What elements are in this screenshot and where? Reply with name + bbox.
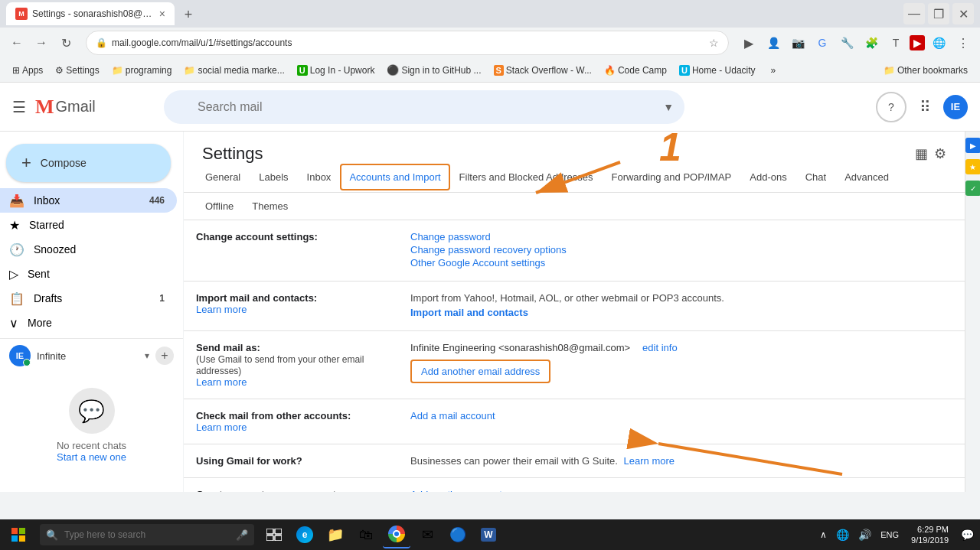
search-dropdown-icon[interactable]: ▼ [663,101,674,113]
profile-icon[interactable]: 👤 [763,32,784,54]
tab-inbox[interactable]: Inbox [298,164,341,192]
bookmark-codecamp[interactable]: 🔥 Code Camp [601,63,670,77]
taskbar-mic-icon[interactable]: 🎤 [236,529,248,541]
volume-tray-icon[interactable]: 🔊 [855,527,874,542]
taskbar-chrome-icon[interactable] [383,521,410,548]
start-button[interactable] [3,519,34,550]
right-panel-icon-3[interactable]: ✓ [965,181,981,196]
svg-rect-2 [11,528,18,534]
bookmark-udacity[interactable]: U Home - Udacity [676,63,759,77]
taskbar-store-icon[interactable]: 🛍 [352,521,380,548]
new-tab-button[interactable]: + [178,4,199,25]
check-mail-learn-more-link[interactable]: Learn more [196,421,247,433]
subtab-offline[interactable]: Offline [196,196,243,216]
bookmark-settings[interactable]: ⚙ Settings [52,63,102,77]
network-tray-icon[interactable]: 🌐 [833,527,852,542]
taskbar-ime-icon[interactable]: ENG [877,529,902,541]
change-password-recovery-link[interactable]: Change password recovery options [410,244,952,255]
minimize-button[interactable]: — [903,3,925,24]
translate-icon[interactable]: T [885,32,906,54]
account-section[interactable]: IE Infinite ▾ + [0,342,183,369]
tab-accounts[interactable]: Accounts and Import [340,164,449,190]
bookmark-social-media[interactable]: 📁 social media marke... [181,63,287,77]
import-learn-more-link[interactable]: Learn more [196,304,247,315]
google-apps-button[interactable]: ⠿ [910,92,940,122]
forward-button[interactable]: → [31,32,52,54]
tab-forwarding[interactable]: Forwarding and POP/IMAP [602,164,740,192]
gmail-work-row: Using Gmail for work? Businesses can pow… [184,444,965,478]
taskbar-mail-icon[interactable]: ✉ [413,521,441,548]
add-email-button[interactable]: Add another email address [410,360,550,383]
subtab-themes[interactable]: Themes [243,196,297,216]
google-icon[interactable]: G [812,32,833,54]
tab-general[interactable]: General [196,164,250,192]
bookmark-github[interactable]: ⚫ Sign in to GitHub ... [384,63,484,77]
gsuite-learn-more-link[interactable]: Learn more [624,455,675,467]
tab-close-button[interactable]: × [159,8,165,20]
taskbar-clock[interactable]: 6:29 PM 9/19/2019 [905,524,955,546]
settings-gear-icon[interactable]: ⚙ [934,145,946,162]
gmail-work-label: Using Gmail for work? [184,444,398,478]
notification-tray-icon[interactable]: 💬 [958,527,977,542]
tab-labels[interactable]: Labels [250,164,297,192]
taskbar-explorer-icon[interactable]: 📁 [322,521,349,548]
tab-filters[interactable]: Filters and Blocked Addresses [450,164,603,192]
tab-addons[interactable]: Add-ons [740,164,795,192]
settings-table: Change account settings: Change password… [184,220,965,492]
search-input[interactable] [164,90,684,124]
sidebar-item-sent[interactable]: ▷ Sent [0,262,177,286]
taskbar-edge-icon[interactable]: e [291,521,318,548]
addon-icon[interactable]: ▶ [910,35,925,50]
compose-button[interactable]: + Compose [6,144,171,182]
sidebar-item-drafts[interactable]: 📋 Drafts 1 [0,286,177,311]
bookmark-stackoverflow[interactable]: S Stack Overflow - W... [491,63,595,77]
change-password-link[interactable]: Change password [410,231,952,242]
sidebar-item-snoozed[interactable]: 🕐 Snoozed [0,237,177,262]
bookmarks-more-button[interactable]: » [768,63,779,77]
youtube-icon[interactable]: ▶ [738,32,760,54]
extensions-icon[interactable]: 🔧 [836,32,858,54]
hamburger-menu-icon[interactable]: ☰ [12,98,26,116]
other-bookmarks[interactable]: 📁 Other bookmarks [880,63,971,77]
bookmark-upwork[interactable]: U Log In - Upwork [294,63,378,77]
bookmarks-ext-icon[interactable]: 🌐 [928,32,949,54]
sidebar-item-more[interactable]: ∨ More [0,311,177,335]
taskbar-word-icon[interactable]: W [475,521,502,548]
bookmark-apps[interactable]: ⊞ Apps [9,63,46,77]
maximize-button[interactable]: ❐ [928,3,949,24]
right-panel-icon-1[interactable]: ▶ [965,138,981,153]
bookmark-programming[interactable]: 📁 programing [109,63,175,77]
add-account-button[interactable]: + [155,347,174,365]
reload-button[interactable]: ↻ [55,32,77,54]
sidebar-item-inbox[interactable]: 📥 Inbox 446 [0,188,177,213]
start-new-chat-link[interactable]: Start a new one [9,451,174,463]
star-bookmark-icon[interactable]: ☆ [709,37,719,49]
puzzle-icon[interactable]: 🧩 [861,32,882,54]
active-tab[interactable]: M Settings - sonarashish08@gmai... × [6,2,175,25]
taskbar-task-view-button[interactable] [260,521,288,548]
close-button[interactable]: ✕ [952,3,974,24]
taskbar-search-input[interactable] [64,529,230,540]
more-menu-button[interactable]: ⋮ [952,32,974,54]
help-button[interactable]: ? [876,92,906,122]
settings-bookmark-icon: ⚙ [55,65,64,76]
back-button[interactable]: ← [6,32,28,54]
sidebar-item-starred[interactable]: ★ Starred [0,213,177,237]
import-mail-contacts-link[interactable]: Import mail and contacts [410,307,952,318]
address-bar[interactable]: 🔒 mail.google.com/mail/u/1/#settings/acc… [86,31,729,55]
edit-info-link[interactable]: edit info [642,342,678,353]
taskbar-search[interactable]: 🔍 🎤 [40,524,254,545]
taskbar-chevron-icon[interactable]: ∧ [817,529,830,540]
add-another-account-link[interactable]: Add another account [410,489,952,492]
send-mail-learn-more-link[interactable]: Learn more [196,376,247,388]
camera-icon[interactable]: 📷 [787,32,808,54]
change-account-label: Change account settings: [184,220,398,282]
taskbar-cortana-icon[interactable]: 🔵 [444,521,472,548]
other-google-account-link[interactable]: Other Google Account settings [410,257,952,268]
tab-chat[interactable]: Chat [796,164,835,192]
right-panel-icon-2[interactable]: ★ [965,159,981,174]
tab-advanced[interactable]: Advanced [835,164,898,192]
user-avatar[interactable]: IE [943,95,968,119]
settings-grid-view-icon[interactable]: ▦ [915,145,928,162]
add-mail-account-link[interactable]: Add a mail account [410,410,952,421]
